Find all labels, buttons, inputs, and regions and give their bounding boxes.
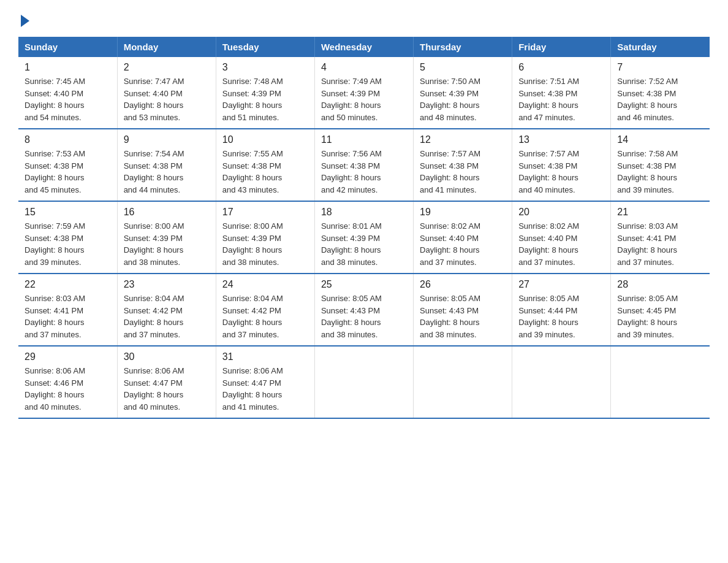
day-info: Sunrise: 7:57 AMSunset: 4:38 PMDaylight:…	[518, 148, 604, 196]
day-cell: 30Sunrise: 8:06 AMSunset: 4:47 PMDayligh…	[117, 346, 216, 418]
day-cell: 26Sunrise: 8:05 AMSunset: 4:43 PMDayligh…	[414, 274, 512, 346]
day-info: Sunrise: 7:48 AMSunset: 4:39 PMDaylight:…	[222, 75, 308, 123]
day-number: 19	[420, 207, 506, 218]
day-cell	[611, 346, 710, 418]
day-cell: 25Sunrise: 8:05 AMSunset: 4:43 PMDayligh…	[314, 274, 413, 346]
day-number: 23	[124, 279, 210, 290]
day-number: 10	[222, 134, 308, 145]
day-cell: 17Sunrise: 8:00 AMSunset: 4:39 PMDayligh…	[216, 201, 314, 274]
day-info: Sunrise: 8:05 AMSunset: 4:44 PMDaylight:…	[518, 293, 604, 340]
day-number: 21	[617, 207, 703, 218]
day-cell: 6Sunrise: 7:51 AMSunset: 4:38 PMDaylight…	[512, 57, 611, 129]
day-number: 29	[25, 351, 111, 362]
day-number: 30	[124, 351, 210, 362]
day-info: Sunrise: 7:58 AMSunset: 4:38 PMDaylight:…	[617, 148, 703, 196]
day-cell: 15Sunrise: 7:59 AMSunset: 4:38 PMDayligh…	[18, 201, 117, 274]
day-cell: 31Sunrise: 8:06 AMSunset: 4:47 PMDayligh…	[216, 346, 314, 418]
week-row-2: 8Sunrise: 7:53 AMSunset: 4:38 PMDaylight…	[18, 129, 710, 201]
day-cell: 7Sunrise: 7:52 AMSunset: 4:38 PMDaylight…	[611, 57, 710, 129]
day-number: 11	[321, 134, 407, 145]
day-info: Sunrise: 8:06 AMSunset: 4:46 PMDaylight:…	[25, 365, 111, 413]
day-cell: 12Sunrise: 7:57 AMSunset: 4:38 PMDayligh…	[414, 129, 512, 201]
day-cell: 13Sunrise: 7:57 AMSunset: 4:38 PMDayligh…	[512, 129, 611, 201]
day-number: 2	[124, 62, 210, 73]
day-cell	[414, 346, 512, 418]
week-row-4: 22Sunrise: 8:03 AMSunset: 4:41 PMDayligh…	[18, 274, 710, 346]
day-number: 7	[617, 62, 703, 73]
day-info: Sunrise: 7:47 AMSunset: 4:40 PMDaylight:…	[124, 75, 210, 123]
day-number: 3	[222, 62, 308, 73]
day-number: 12	[420, 134, 506, 145]
day-info: Sunrise: 8:02 AMSunset: 4:40 PMDaylight:…	[518, 220, 604, 268]
day-info: Sunrise: 7:49 AMSunset: 4:39 PMDaylight:…	[321, 75, 407, 123]
day-info: Sunrise: 7:57 AMSunset: 4:38 PMDaylight:…	[420, 148, 506, 196]
page-header	[18, 12, 710, 25]
week-row-5: 29Sunrise: 8:06 AMSunset: 4:46 PMDayligh…	[18, 346, 710, 418]
day-number: 31	[222, 351, 308, 362]
day-number: 13	[518, 134, 604, 145]
day-info: Sunrise: 8:04 AMSunset: 4:42 PMDaylight:…	[222, 293, 308, 340]
day-info: Sunrise: 8:05 AMSunset: 4:43 PMDaylight:…	[321, 293, 407, 340]
day-cell: 18Sunrise: 8:01 AMSunset: 4:39 PMDayligh…	[314, 201, 413, 274]
day-info: Sunrise: 8:06 AMSunset: 4:47 PMDaylight:…	[124, 365, 210, 413]
day-cell	[314, 346, 413, 418]
day-info: Sunrise: 8:05 AMSunset: 4:45 PMDaylight:…	[617, 293, 703, 340]
day-cell: 2Sunrise: 7:47 AMSunset: 4:40 PMDaylight…	[117, 57, 216, 129]
column-header-saturday: Saturday	[611, 37, 710, 57]
day-cell: 9Sunrise: 7:54 AMSunset: 4:38 PMDaylight…	[117, 129, 216, 201]
day-number: 20	[518, 207, 604, 218]
day-cell: 20Sunrise: 8:02 AMSunset: 4:40 PMDayligh…	[512, 201, 611, 274]
day-cell: 22Sunrise: 8:03 AMSunset: 4:41 PMDayligh…	[18, 274, 117, 346]
day-number: 8	[25, 134, 111, 145]
column-header-monday: Monday	[117, 37, 216, 57]
day-cell: 4Sunrise: 7:49 AMSunset: 4:39 PMDaylight…	[314, 57, 413, 129]
day-cell: 27Sunrise: 8:05 AMSunset: 4:44 PMDayligh…	[512, 274, 611, 346]
day-info: Sunrise: 8:00 AMSunset: 4:39 PMDaylight:…	[222, 220, 308, 268]
day-info: Sunrise: 8:03 AMSunset: 4:41 PMDaylight:…	[25, 293, 111, 340]
day-number: 25	[321, 279, 407, 290]
week-row-1: 1Sunrise: 7:45 AMSunset: 4:40 PMDaylight…	[18, 57, 710, 129]
day-number: 6	[518, 62, 604, 73]
day-number: 16	[124, 207, 210, 218]
day-info: Sunrise: 8:05 AMSunset: 4:43 PMDaylight:…	[420, 293, 506, 340]
day-cell	[512, 346, 611, 418]
day-cell: 29Sunrise: 8:06 AMSunset: 4:46 PMDayligh…	[18, 346, 117, 418]
day-number: 24	[222, 279, 308, 290]
day-info: Sunrise: 7:52 AMSunset: 4:38 PMDaylight:…	[617, 75, 703, 123]
day-number: 5	[420, 62, 506, 73]
day-info: Sunrise: 7:55 AMSunset: 4:38 PMDaylight:…	[222, 148, 308, 196]
logo	[18, 12, 29, 25]
day-info: Sunrise: 7:53 AMSunset: 4:38 PMDaylight:…	[25, 148, 111, 196]
day-cell: 21Sunrise: 8:03 AMSunset: 4:41 PMDayligh…	[611, 201, 710, 274]
day-number: 4	[321, 62, 407, 73]
day-cell: 24Sunrise: 8:04 AMSunset: 4:42 PMDayligh…	[216, 274, 314, 346]
day-number: 17	[222, 207, 308, 218]
day-info: Sunrise: 8:02 AMSunset: 4:40 PMDaylight:…	[420, 220, 506, 268]
calendar-table: SundayMondayTuesdayWednesdayThursdayFrid…	[18, 37, 710, 419]
day-number: 15	[25, 207, 111, 218]
day-cell: 19Sunrise: 8:02 AMSunset: 4:40 PMDayligh…	[414, 201, 512, 274]
day-number: 18	[321, 207, 407, 218]
day-info: Sunrise: 7:56 AMSunset: 4:38 PMDaylight:…	[321, 148, 407, 196]
column-header-wednesday: Wednesday	[314, 37, 413, 57]
day-number: 26	[420, 279, 506, 290]
day-cell: 28Sunrise: 8:05 AMSunset: 4:45 PMDayligh…	[611, 274, 710, 346]
day-cell: 1Sunrise: 7:45 AMSunset: 4:40 PMDaylight…	[18, 57, 117, 129]
day-cell: 16Sunrise: 8:00 AMSunset: 4:39 PMDayligh…	[117, 201, 216, 274]
day-number: 27	[518, 279, 604, 290]
day-number: 1	[25, 62, 111, 73]
calendar-header-row: SundayMondayTuesdayWednesdayThursdayFrid…	[18, 37, 710, 57]
day-info: Sunrise: 7:59 AMSunset: 4:38 PMDaylight:…	[25, 220, 111, 268]
column-header-thursday: Thursday	[414, 37, 512, 57]
day-info: Sunrise: 8:00 AMSunset: 4:39 PMDaylight:…	[124, 220, 210, 268]
day-number: 28	[617, 279, 703, 290]
day-cell: 14Sunrise: 7:58 AMSunset: 4:38 PMDayligh…	[611, 129, 710, 201]
day-info: Sunrise: 7:45 AMSunset: 4:40 PMDaylight:…	[25, 75, 111, 123]
day-cell: 5Sunrise: 7:50 AMSunset: 4:39 PMDaylight…	[414, 57, 512, 129]
column-header-sunday: Sunday	[18, 37, 117, 57]
column-header-friday: Friday	[512, 37, 611, 57]
column-header-tuesday: Tuesday	[216, 37, 314, 57]
day-info: Sunrise: 7:54 AMSunset: 4:38 PMDaylight:…	[124, 148, 210, 196]
day-number: 14	[617, 134, 703, 145]
day-info: Sunrise: 7:50 AMSunset: 4:39 PMDaylight:…	[420, 75, 506, 123]
